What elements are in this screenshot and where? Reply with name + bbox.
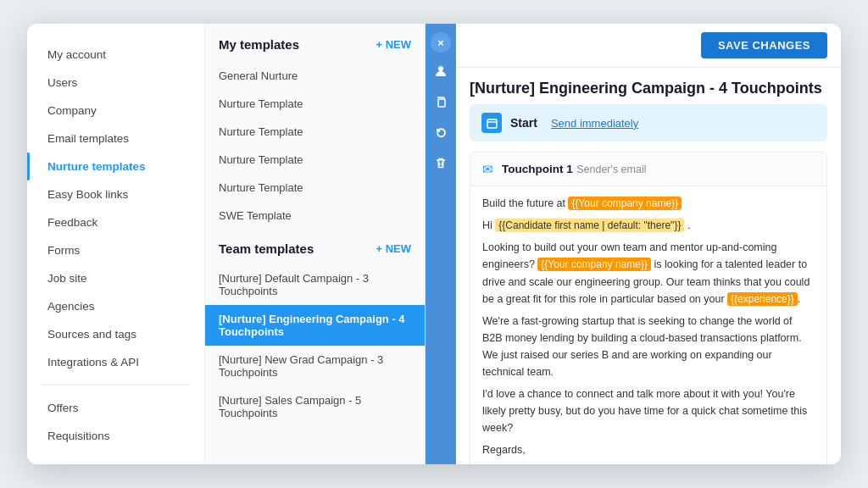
tp1-line1-pre: Build the future at — [482, 197, 568, 209]
team-templates-new-button[interactable]: + NEW — [376, 242, 411, 255]
template-item-sales-campaign[interactable]: [Nurture] Sales Campaign - 5 Touchpoints — [205, 386, 425, 427]
touchpoint1-section: ✉ Touchpoint 1 Sender's email Build the … — [470, 152, 827, 464]
app-container: My accountUsersCompanyEmail templatesNur… — [27, 24, 841, 464]
tp1-p1-post: . — [798, 293, 800, 305]
sidebar-item-nurture-templates[interactable]: Nurture templates — [27, 152, 204, 180]
template-item-nurture-3[interactable]: Nurture Template — [205, 146, 425, 174]
template-item-nurture-1[interactable]: Nurture Template — [205, 90, 425, 118]
template-item-new-grad-campaign[interactable]: [Nurture] New Grad Campaign - 3 Touchpoi… — [205, 346, 425, 386]
team-templates-title: Team templates — [219, 241, 314, 256]
tp1-regards: Regards, — [482, 441, 815, 458]
sidebar-item-integrations-api[interactable]: Integrations & API — [27, 348, 204, 376]
sidebar-item-feedback[interactable]: Feedback — [27, 208, 204, 236]
template-item-nurture-4[interactable]: Nurture Template — [205, 174, 425, 202]
close-icon[interactable]: × — [431, 32, 451, 53]
my-templates-new-button[interactable]: + NEW — [376, 38, 411, 51]
content-scroll: Start Send immediately ✉ Touchpoint 1 Se… — [456, 104, 841, 464]
tp1-p3: I'd love a chance to connect and talk mo… — [482, 385, 815, 436]
svg-point-0 — [438, 66, 443, 71]
sidebar-item-requisitions[interactable]: Requisitions — [27, 422, 204, 450]
undo-icon[interactable] — [429, 120, 453, 144]
start-label: Start — [510, 116, 537, 130]
sidebar-item-email-templates[interactable]: Email templates — [27, 125, 204, 152]
tp1-candidate-highlight: {{Candidate first name | default: "there… — [495, 219, 684, 232]
trash-icon[interactable] — [429, 151, 453, 175]
middle-panel: My templates + NEW General NurtureNurtur… — [205, 24, 426, 464]
tp1-p2: We're a fast-growing startup that is see… — [482, 313, 815, 380]
mail-icon: ✉ — [482, 162, 493, 177]
touchpoint1-type: Sender's email — [576, 164, 646, 175]
my-templates-title: My templates — [219, 37, 299, 52]
start-row: Start Send immediately — [470, 104, 827, 141]
sidebar-item-users[interactable]: Users — [27, 69, 204, 97]
toolbar-strip: × — [426, 24, 456, 464]
sidebar-item-offers[interactable]: Offers — [27, 394, 204, 422]
tp1-line2-pre: Hi — [482, 219, 495, 231]
main-content: SAVE CHANGES [Nurture] Engineering Campa… — [456, 24, 841, 464]
send-immediately-link[interactable]: Send immediately — [551, 117, 638, 130]
sidebar-item-sources-and-tags[interactable]: Sources and tags — [27, 320, 204, 348]
template-item-engineering-campaign[interactable]: [Nurture] Engineering Campaign - 4 Touch… — [205, 305, 425, 346]
tp1-p1-experience: {{experience}} — [727, 292, 798, 306]
sidebar-item-my-account[interactable]: My account — [27, 41, 204, 69]
sidebar-item-job-site[interactable]: Job site — [27, 264, 204, 292]
save-changes-button[interactable]: SAVE CHANGES — [701, 32, 827, 58]
sidebar-item-company[interactable]: Company — [27, 97, 204, 125]
svg-rect-1 — [438, 99, 445, 107]
campaign-title: [Nurture] Engineering Campaign - 4 Touch… — [456, 68, 841, 104]
main-header: SAVE CHANGES — [456, 24, 841, 68]
sidebar-divider — [41, 385, 191, 385]
svg-rect-2 — [487, 119, 497, 128]
touchpoint1-body: Build the future at {{Your company name}… — [470, 186, 826, 464]
copy-icon[interactable] — [429, 90, 453, 114]
tp1-line2-post: . — [687, 219, 690, 231]
sidebar-item-forms[interactable]: Forms — [27, 236, 204, 264]
template-item-nurture-2[interactable]: Nurture Template — [205, 118, 425, 146]
team-templates-header: Team templates + NEW — [205, 230, 425, 264]
touchpoint1-header: ✉ Touchpoint 1 Sender's email — [470, 152, 826, 186]
start-calendar-icon — [481, 113, 502, 133]
tp1-company-highlight: {{Your company name}} — [568, 197, 682, 210]
sidebar-item-agencies[interactable]: Agencies — [27, 292, 204, 320]
template-item-swe-template[interactable]: SWE Template — [205, 202, 425, 230]
sidebar-item-easy-book-links[interactable]: Easy Book links — [27, 180, 204, 208]
tp1-p1-company: {{Your company name}} — [537, 258, 651, 271]
touchpoint1-title: Touchpoint 1 — [502, 163, 573, 175]
sidebar: My accountUsersCompanyEmail templatesNur… — [27, 24, 205, 464]
person-icon[interactable] — [429, 59, 453, 83]
my-templates-header: My templates + NEW — [205, 37, 425, 62]
template-item-default-campaign[interactable]: [Nurture] Default Campaign - 3 Touchpoin… — [205, 264, 425, 305]
template-item-general-nurture[interactable]: General Nurture — [205, 62, 425, 90]
